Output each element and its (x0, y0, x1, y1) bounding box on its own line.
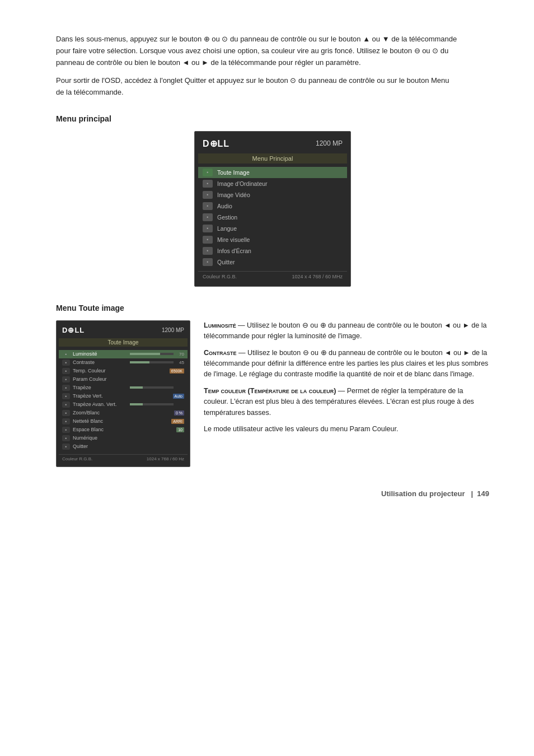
osd-footer-right: 1024 x 4 768 / 60 MHz (292, 274, 343, 279)
osd2-footer-right: 1024 x 768 / 60 Hz (147, 456, 184, 461)
page-footer: Utilisation du projecteur | 149 (56, 489, 489, 498)
osd-item-icon: ▪ (62, 351, 70, 357)
osd-item-icon: ▪ (62, 427, 70, 433)
osd-main-item: ▪ Toute Image (198, 167, 347, 178)
osd-main-item: ▪ Infos d'Écran (198, 245, 347, 256)
osd-main-item: ▪ Gestion (198, 212, 347, 223)
osd-item-label: Contraste (73, 360, 128, 365)
osd-item-label: Langue (217, 225, 343, 232)
osd-item-icon: ▪ (62, 444, 70, 450)
osd-value-fill (130, 353, 161, 355)
osd-item-icon: ▪ (62, 376, 70, 382)
osd2-item: ▪ Trapèze Avan. Vert. (59, 400, 188, 409)
osd-value-bar-container: 45 (130, 360, 185, 365)
osd-item-label: Audio (217, 203, 343, 209)
osd2-footer-left: Couleur R.G.B. (62, 456, 92, 461)
osd-item-label: Toute Image (217, 169, 343, 176)
contraste-text: Utilisez le bouton ⊖ ou ⊕ du panneau de … (204, 349, 488, 379)
osd-item-label: Mire visuelle (217, 236, 343, 243)
osd-item-icon: ▪ (62, 410, 70, 416)
osd-value-num: 45 (175, 360, 184, 365)
osd-item-label: Luminosité (73, 351, 128, 357)
osd-item-label: Trapèze Vert. (73, 393, 173, 399)
luminosite-text: Utilisez le bouton ⊖ ou ⊕ du panneau de … (204, 321, 486, 340)
osd-value-fill (130, 403, 143, 405)
osd-item-icon: ▪ (62, 402, 70, 408)
osd2-model: 1200 MP (162, 327, 184, 333)
osd-item-label: Image Vidéo (217, 192, 343, 198)
osd-menu-title: Menu Principal (198, 153, 347, 164)
osd-value-btn: Auto (173, 394, 184, 399)
contraste-paragraph: Contraste — Utilisez le bouton ⊖ ou ⊕ du… (204, 348, 489, 380)
osd-footer-left: Couleur R.G.B. (203, 274, 237, 279)
contraste-term: Contraste (204, 349, 237, 357)
section1-title: Menu principal (56, 114, 489, 123)
osd-item-label: Zoom/Blanc (73, 410, 174, 416)
contraste-dash: — (237, 349, 246, 357)
osd-main-item: ▪ Image d'Ordinateur (198, 178, 347, 189)
osd-item-icon: ▪ (203, 191, 213, 199)
osd-main-menu: D⊕LL 1200 MP Menu Principal ▪ Toute Imag… (194, 131, 351, 287)
osd-item-icon: ▪ (203, 202, 213, 210)
section2-title: Menu Toute image (56, 304, 489, 312)
osd-item-icon: ▪ (62, 385, 70, 391)
osd-value-btn: 10 (176, 427, 184, 432)
osd-item-label: Gestion (217, 214, 343, 221)
osd-main-menu-container: D⊕LL 1200 MP Menu Principal ▪ Toute Imag… (56, 131, 489, 287)
osd2-item: ▪ Espace Blanc 10 (59, 426, 188, 434)
osd-value-bar-container (130, 403, 185, 405)
osd-item-icon: ▪ (62, 435, 70, 441)
osd-item-label: Infos d'Écran (217, 248, 343, 254)
temp-dash: — (336, 387, 345, 395)
osd-value-bar-container (130, 386, 185, 389)
osd-item-label: Temp. Couleur (73, 368, 170, 374)
osd2-item: ▪ Quitter (59, 442, 188, 451)
osd-value-fill (130, 361, 149, 363)
section2-right-text: Luminosité — Utilisez le bouton ⊖ ou ⊕ d… (204, 320, 489, 440)
osd-item-label: Image d'Ordinateur (217, 180, 343, 187)
osd-item-label: Quitter (73, 444, 184, 449)
osd-main-footer: Couleur R.G.B. 1024 x 4 768 / 60 MHz (198, 271, 347, 282)
osd-item-icon: ▪ (203, 180, 213, 188)
osd-item-icon: ▪ (203, 169, 213, 176)
osd-value-num: 70 (175, 352, 184, 357)
osd-main-item: ▪ Audio (198, 200, 347, 212)
osd-item-label: Param Couleur (73, 376, 184, 382)
osd-value-bar (130, 361, 174, 363)
osd-main-items-list: ▪ Toute Image ▪ Image d'Ordinateur ▪ Ima… (198, 167, 347, 268)
temp-term: Temp couleur (Température de la couleur) (204, 387, 336, 395)
osd-item-label: Trapèze Avan. Vert. (73, 402, 128, 407)
osd2-item: ▪ Netteté Blanc ARRI (59, 417, 188, 426)
osd-model: 1200 MP (316, 139, 343, 147)
osd-value-bar (130, 353, 174, 355)
osd-logo: D⊕LL (203, 138, 229, 149)
luminosite-dash: — (236, 321, 245, 329)
osd2-header: D⊕LL 1200 MP (59, 324, 188, 336)
osd-main-item: ▪ Image Vidéo (198, 189, 347, 200)
osd-main-item: ▪ Quitter (198, 256, 347, 268)
osd-value-bar (130, 386, 174, 389)
osd2-item: ▪ Trapèze Vert. Auto (59, 392, 188, 400)
osd-item-icon: ▪ (203, 213, 213, 221)
osd2-items-list: ▪ Luminosité 70 ▪ Contraste 45 ▪ Temp. C… (59, 350, 188, 451)
osd-item-icon: ▪ (203, 225, 213, 232)
section2-content: D⊕LL 1200 MP Toute Image ▪ Luminosité 70… (56, 320, 489, 467)
osd-item-label: Espace Blanc (73, 427, 176, 432)
osd-item-icon: ▪ (203, 247, 213, 255)
osd2-item: ▪ Param Couleur (59, 375, 188, 384)
osd-value-fill (130, 386, 143, 389)
osd2-footer: Couleur R.G.B. 1024 x 768 / 60 Hz (59, 454, 188, 463)
osd-item-icon: ▪ (62, 368, 70, 374)
osd-item-icon: ▪ (62, 393, 70, 399)
temp-paragraph: Temp couleur (Température de la couleur)… (204, 386, 489, 418)
intro-paragraph2: Pour sortir de l'OSD, accédez à l'onglet… (56, 75, 459, 99)
param-paragraph: Le mode utilisateur active les valeurs d… (204, 424, 489, 435)
osd2-menu-title: Toute Image (59, 338, 188, 347)
osd2-item: ▪ Trapèze (59, 384, 188, 392)
osd-item-label: Netteté Blanc (73, 418, 171, 424)
osd-value-btn: 0 % (174, 410, 184, 416)
osd-item-icon: ▪ (203, 236, 213, 244)
osd-main-item: ▪ Mire visuelle (198, 234, 347, 245)
osd-item-label: Numérique (73, 435, 184, 441)
luminosite-term: Luminosité (204, 321, 236, 329)
